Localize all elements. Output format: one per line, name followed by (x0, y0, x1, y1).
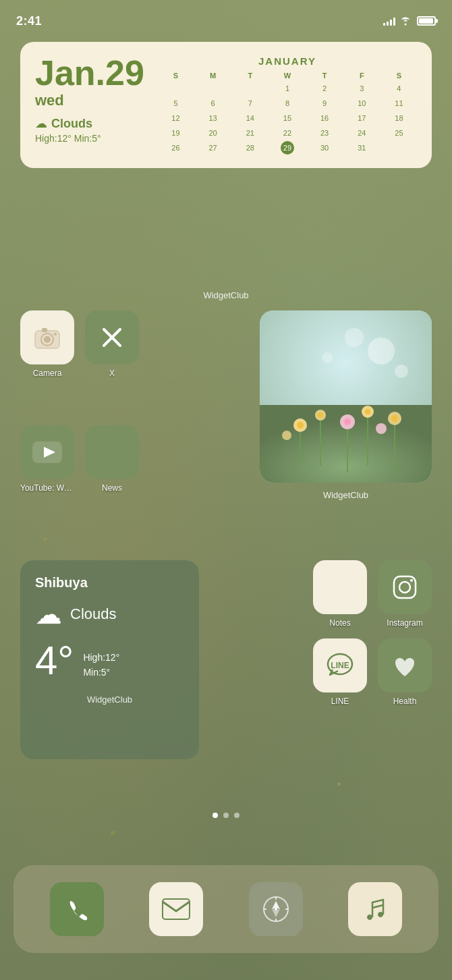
svg-point-31 (399, 582, 410, 593)
mail-dock-wrapper[interactable] (149, 882, 203, 936)
apps-top-pair: Notes Instagram (313, 560, 432, 628)
signal-icon (383, 16, 395, 26)
weather-condition-row: ☁ Clouds (35, 599, 184, 630)
news-app-wrapper[interactable]: News (85, 425, 139, 493)
widgetclub-photo-label: WidgetClub (260, 490, 432, 500)
svg-point-10 (318, 412, 323, 418)
health-app-wrapper[interactable]: Health (378, 638, 432, 706)
safari-dock-wrapper[interactable] (249, 882, 303, 936)
health-app-icon[interactable] (378, 638, 432, 692)
weather-condition-text: Clouds (70, 605, 116, 623)
youtube-app-icon[interactable] (20, 425, 74, 479)
calendar-month: JANUARY (158, 55, 417, 67)
svg-rect-35 (163, 899, 190, 919)
cal-header-f: F (344, 71, 380, 80)
cal-day-4: 4 (392, 82, 405, 95)
page-dot-3[interactable] (234, 813, 239, 818)
cal-day-22: 22 (281, 126, 294, 140)
apps-bottom-pair: LINE LINE Health (313, 638, 432, 706)
safari-dock-icon[interactable] (249, 882, 303, 936)
cal-day-1: 1 (281, 82, 294, 95)
svg-point-12 (344, 418, 351, 425)
line-app-wrapper[interactable]: LINE LINE (313, 638, 367, 706)
music-dock-icon[interactable] (348, 882, 402, 936)
phone-dock-icon[interactable] (50, 882, 104, 936)
status-bar: 2:41 (0, 0, 452, 34)
weather-section: ☁ Clouds (35, 116, 144, 131)
cal-day-29: 29 (281, 141, 294, 155)
cal-day-16: 16 (318, 111, 331, 125)
cal-day-6: 6 (206, 97, 220, 110)
phone-icon-svg (63, 896, 90, 923)
svg-point-17 (282, 431, 291, 440)
cal-day-3: 3 (355, 82, 368, 95)
page-dot-2[interactable] (223, 813, 229, 818)
svg-point-18 (376, 423, 387, 434)
cal-day-2: 2 (318, 82, 331, 95)
date-display: Jan.29 (35, 55, 144, 90)
svg-point-26 (395, 364, 408, 378)
cal-day-25: 25 (392, 126, 405, 140)
cal-day-12: 12 (169, 111, 182, 125)
cal-day-11: 11 (392, 97, 405, 110)
notes-app-wrapper[interactable]: Notes (313, 560, 367, 628)
date-section: Jan.29 wed ☁ Clouds High:12° Min:5° (35, 55, 144, 155)
dock (13, 865, 439, 953)
widgetclub-photo-widget[interactable] (260, 310, 432, 483)
weather-high: High:12° (83, 650, 119, 665)
music-dock-wrapper[interactable] (348, 882, 402, 936)
phone-dock-wrapper[interactable] (50, 882, 104, 936)
calendar-section: JANUARY S M T W T F S 1 2 3 4 5 6 7 8 9 … (158, 55, 417, 155)
status-icons (383, 16, 436, 26)
x-app-wrapper[interactable]: X (85, 310, 139, 378)
notes-app-icon[interactable] (313, 560, 367, 614)
cal-day-20: 20 (206, 126, 220, 140)
weather-label: Clouds (51, 117, 92, 131)
instagram-app-wrapper[interactable]: Instagram (378, 560, 432, 628)
cal-day-26: 26 (169, 141, 182, 155)
widgetclub-calendar-label: WidgetClub (0, 290, 452, 300)
svg-rect-3 (42, 328, 47, 332)
cal-day-8: 8 (281, 97, 294, 110)
photo-widget-content (260, 310, 432, 483)
calendar-widget[interactable]: Jan.29 wed ☁ Clouds High:12° Min:5° JANU… (20, 42, 432, 168)
camera-app-wrapper[interactable]: Camera (20, 310, 74, 378)
cal-day-19: 19 (169, 126, 182, 140)
notes-app-label: Notes (329, 618, 350, 628)
cal-header-w: W (269, 71, 305, 80)
weather-widget-label: WidgetClub (35, 695, 184, 705)
mail-icon-svg (161, 898, 191, 921)
camera-app-icon[interactable] (20, 310, 74, 364)
svg-text:LINE: LINE (331, 661, 349, 670)
status-time: 2:41 (16, 14, 42, 28)
weather-city: Shibuya (35, 575, 184, 591)
cal-day-17: 17 (355, 111, 368, 125)
svg-point-24 (368, 337, 395, 364)
weather-widget[interactable]: Shibuya ☁ Clouds 4° High:12° Min:5° Widg… (20, 560, 199, 759)
svg-point-32 (410, 579, 413, 582)
cal-day-21: 21 (244, 126, 257, 140)
cal-day-14: 14 (244, 111, 257, 125)
music-icon-svg (362, 894, 389, 924)
cal-header-sa: S (381, 71, 417, 80)
instagram-app-icon[interactable] (378, 560, 432, 614)
news-app-label: News (102, 483, 122, 493)
cal-day-24: 24 (355, 126, 368, 140)
news-app-icon[interactable] (85, 425, 139, 479)
page-dot-1[interactable] (213, 813, 218, 818)
weather-cloud-icon: ☁ (35, 116, 47, 131)
weather-min: Min:5° (83, 665, 119, 680)
cal-day-23: 23 (318, 126, 331, 140)
svg-point-8 (297, 422, 304, 429)
svg-point-2 (44, 336, 51, 343)
svg-point-27 (322, 352, 333, 363)
weather-temp: 4° (35, 641, 74, 681)
youtube-app-wrapper[interactable]: YouTube: Wat... (20, 425, 74, 493)
svg-point-25 (345, 328, 364, 347)
page-dots (0, 813, 452, 818)
cal-header-th: T (307, 71, 343, 80)
mail-dock-icon[interactable] (149, 882, 203, 936)
line-app-icon[interactable]: LINE (313, 638, 367, 692)
temp-display: High:12° Min:5° (35, 133, 144, 144)
x-app-icon[interactable] (85, 310, 139, 364)
